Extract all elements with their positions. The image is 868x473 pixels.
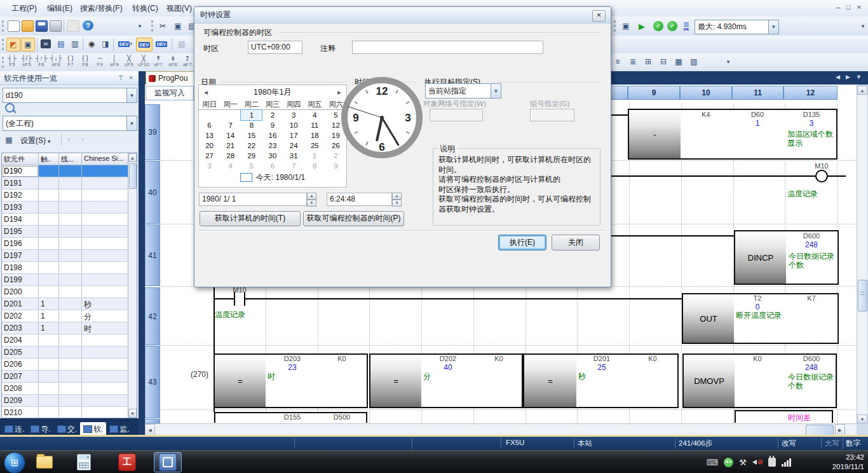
find-icon[interactable]: ◉ xyxy=(85,38,98,50)
vertical-scrollbar[interactable]: ▲ ▼ xyxy=(857,86,867,423)
print-icon[interactable] xyxy=(50,20,62,32)
horizontal-scrollbar[interactable]: ◀ ▶ xyxy=(145,423,857,435)
new-file-icon[interactable] xyxy=(8,20,20,32)
rung43-op1[interactable]: = xyxy=(215,355,266,407)
dialog-close-button[interactable]: ✕ xyxy=(592,10,606,22)
options-icon[interactable]: ▧ xyxy=(175,38,188,50)
table-row[interactable]: D196 xyxy=(2,238,137,250)
ladder-key-F5[interactable]: ┤├F5 xyxy=(5,55,19,70)
calendar-day[interactable]: 3 xyxy=(199,161,220,171)
restore-button[interactable]: □ xyxy=(844,3,853,12)
align-tool-icon-4[interactable]: ▦ xyxy=(672,55,685,68)
taskbar-calculator[interactable] xyxy=(70,452,98,472)
verify-ok2-icon[interactable]: ✓ xyxy=(666,20,679,32)
calendar-day[interactable]: 7 xyxy=(283,161,304,171)
date-spinner[interactable]: ▲▼ xyxy=(307,193,316,206)
chevron-down-icon[interactable]: ▼ xyxy=(768,20,778,34)
toolbar-grip[interactable] xyxy=(2,20,6,32)
date-input[interactable]: 1980/ 1/ 1 xyxy=(199,193,307,206)
scrollbar-thumb[interactable] xyxy=(806,425,834,435)
refresh-icon[interactable]: ▦ xyxy=(3,134,15,146)
calendar-day[interactable]: 17 xyxy=(283,130,304,141)
panel-tab-2[interactable]: 交. xyxy=(54,422,80,436)
calendar-day[interactable]: 7 xyxy=(220,120,241,130)
scroll-up-icon[interactable]: ▲ xyxy=(857,86,867,95)
help-icon[interactable]: ? xyxy=(83,20,93,31)
toolbar-overflow-icon[interactable]: ▾ xyxy=(133,20,146,32)
calendar-day[interactable]: 20 xyxy=(199,141,220,151)
search-icon[interactable] xyxy=(5,103,15,113)
panel-tab-4[interactable]: 监. xyxy=(106,422,132,436)
calendar-day[interactable]: 1 xyxy=(241,110,262,120)
menu-item-3[interactable]: 转换(C) xyxy=(130,3,161,14)
coil-symbol[interactable] xyxy=(815,170,828,182)
calendar-day[interactable]: 1 xyxy=(304,151,325,161)
wechat-icon[interactable] xyxy=(724,458,733,467)
execute-button[interactable]: 执行(E) xyxy=(498,235,546,250)
project-tree-icon[interactable]: ◩ xyxy=(6,38,20,51)
toolbar-grip[interactable] xyxy=(151,20,155,32)
spin-down-icon[interactable]: ▼ xyxy=(307,200,316,207)
statement-view-icon[interactable]: ▥ xyxy=(69,38,81,50)
panel-tab-1[interactable]: 导. xyxy=(27,422,53,436)
rung43-op2[interactable]: = xyxy=(370,355,421,407)
verify-ok-icon[interactable]: ✓ xyxy=(652,20,665,32)
find-window-icon[interactable]: ◨ xyxy=(99,38,112,50)
calendar-day[interactable]: 21 xyxy=(220,141,241,151)
calendar-day[interactable]: 3 xyxy=(283,110,304,120)
scroll-down-icon[interactable]: ▼ xyxy=(857,415,867,423)
col-device[interactable]: 软元件 xyxy=(2,153,39,165)
menu-item-2[interactable]: 搜索/替换(F) xyxy=(78,3,125,14)
settings-button[interactable]: 设置(S) ▾ xyxy=(20,135,50,146)
screen-display-icon[interactable]: ▣ xyxy=(21,38,35,51)
start-button[interactable]: ⊞ xyxy=(4,452,25,473)
scroll-up-icon[interactable]: ▲ xyxy=(128,153,137,162)
ladder-key-sF6[interactable]: ┤↓├sF6 xyxy=(49,55,63,70)
run-icon[interactable]: ▶ xyxy=(635,20,648,32)
tools-icon[interactable]: ⚒ xyxy=(739,458,747,467)
panel-title-bar[interactable]: 软元件使用一览 ⊤ × xyxy=(0,71,139,85)
calendar-day[interactable]: 30 xyxy=(262,151,283,161)
panel-tab-3[interactable]: 软. xyxy=(80,422,106,436)
table-row[interactable]: D191 xyxy=(2,177,137,189)
calendar-day[interactable]: 22 xyxy=(241,141,262,151)
taskbar-gxworks[interactable]: 工 xyxy=(113,452,141,472)
table-row[interactable]: D197 xyxy=(2,250,137,262)
table-row[interactable]: D200 xyxy=(2,286,137,298)
scan-time-combo[interactable]: 最大: 4.930ms ▼ xyxy=(695,20,779,34)
table-row[interactable]: D205 xyxy=(2,346,137,359)
calendar-day[interactable]: 6 xyxy=(199,120,220,130)
calendar-day[interactable]: 11 xyxy=(304,120,325,130)
table-row[interactable]: D193 xyxy=(2,202,137,214)
table-row[interactable]: D207 xyxy=(2,371,137,383)
calendar-day[interactable]: 10 xyxy=(283,120,304,130)
toolbar-grip[interactable] xyxy=(2,39,6,50)
device-table-scrollbar[interactable]: ▲ ▼ xyxy=(128,153,137,418)
table-row[interactable]: D192 xyxy=(2,189,137,202)
device-batch-icon[interactable]: DEV xyxy=(154,38,169,50)
get-pc-time-button[interactable]: 获取计算机的时间(T) xyxy=(200,211,301,226)
calendar-day[interactable]: 8 xyxy=(241,120,262,130)
ladder-key-sF5[interactable]: ┤/├sF5 xyxy=(20,55,34,70)
pin-icon[interactable]: ⊤ xyxy=(117,74,125,82)
splitter[interactable] xyxy=(139,71,145,436)
close-dialog-button[interactable]: 关闭 xyxy=(552,235,600,250)
time-input[interactable]: 6:24:48 xyxy=(327,193,392,206)
rung43-op3[interactable]: = xyxy=(524,355,576,407)
device-name-combo[interactable]: d190 ▼ xyxy=(3,88,137,103)
device-table-header[interactable]: 软元件 触.. 线... Chinese Si... xyxy=(2,153,137,165)
menu-item-0[interactable]: 工程(P) xyxy=(9,3,39,14)
table-row[interactable]: D198 xyxy=(2,262,137,274)
table-row[interactable]: D209 xyxy=(2,395,137,407)
calendar-day[interactable]: 4 xyxy=(220,161,241,171)
ladder-key-sF8[interactable]: ↡sF8 xyxy=(166,55,180,70)
menu-item-4[interactable]: 视图(V) xyxy=(164,3,194,14)
calendar-day[interactable]: 2 xyxy=(262,110,283,120)
table-row[interactable]: D190 xyxy=(2,165,137,177)
keyboard-icon[interactable]: ⌨ xyxy=(707,458,719,467)
chevron-down-icon[interactable]: ▼ xyxy=(126,116,137,130)
table-row[interactable]: D199 xyxy=(2,274,137,286)
chevron-down-icon[interactable]: ▼ xyxy=(491,84,501,98)
close-icon[interactable]: × xyxy=(127,74,135,82)
chevron-down-icon[interactable]: ▼ xyxy=(126,88,137,102)
